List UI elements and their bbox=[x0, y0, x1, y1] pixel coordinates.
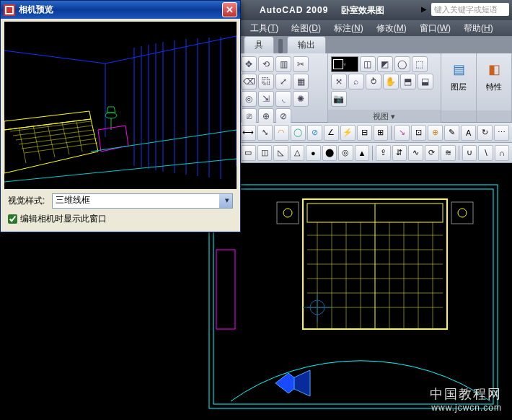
svg-rect-19 bbox=[277, 202, 299, 224]
tb-cone-icon[interactable]: △ bbox=[290, 145, 305, 161]
align-icon[interactable]: ⎚ bbox=[241, 108, 257, 124]
keyword-search-input[interactable]: 键入关键字或短语 bbox=[431, 3, 509, 16]
rotate3d-icon[interactable]: ⟲ bbox=[258, 56, 274, 72]
tb-arc-icon[interactable]: ◠ bbox=[274, 125, 289, 141]
camera-preview-viewport[interactable] bbox=[4, 22, 237, 189]
show-window-checkbox-row[interactable]: 编辑相机时显示此窗口 bbox=[1, 211, 240, 227]
camera-icon[interactable]: 📷 bbox=[331, 91, 347, 107]
tb-linear-icon[interactable]: ⟷ bbox=[241, 125, 256, 141]
tb-sweep-icon[interactable]: ∿ bbox=[408, 145, 423, 161]
zoom-win-icon[interactable]: ⌕ bbox=[348, 74, 364, 89]
panel-props: ◧ 特性 bbox=[477, 53, 512, 122]
tb-baseline-icon[interactable]: ⊟ bbox=[357, 125, 372, 141]
tab-output[interactable]: 输出 bbox=[287, 36, 326, 53]
svg-point-22 bbox=[458, 209, 467, 217]
tb-sep bbox=[391, 126, 392, 140]
tb-cylinder2-icon[interactable]: ⬤ bbox=[322, 145, 337, 161]
tb-diameter-icon[interactable]: ⊘ bbox=[307, 125, 322, 141]
tb-intersect-icon[interactable]: ∩ bbox=[495, 145, 510, 161]
break-icon[interactable]: ⊘ bbox=[275, 108, 291, 124]
camera-preview-dialog[interactable]: 相机预览 ✕ bbox=[0, 0, 241, 232]
offset-icon[interactable]: ◎ bbox=[241, 91, 257, 107]
explode-icon[interactable]: ✺ bbox=[293, 91, 309, 107]
tb-revolve-icon[interactable]: ⟳ bbox=[425, 145, 440, 161]
tb-radius-icon[interactable]: ◯ bbox=[291, 125, 306, 141]
tb-sphere2-icon[interactable]: ● bbox=[306, 145, 321, 161]
app-name: AutoCAD 2009 bbox=[260, 5, 328, 15]
erase-icon[interactable]: ⌫ bbox=[241, 74, 257, 89]
tb-style-icon[interactable]: ⋯ bbox=[494, 125, 509, 141]
svg-marker-25 bbox=[294, 370, 310, 396]
show-window-checkbox[interactable] bbox=[8, 214, 17, 224]
layer-props-button[interactable]: ▤ 图层 bbox=[444, 56, 473, 95]
tb-torus-icon[interactable]: ◎ bbox=[338, 145, 353, 161]
tb-center-icon[interactable]: ⊕ bbox=[428, 125, 443, 141]
visual-style-swatch[interactable]: ▾ bbox=[331, 56, 358, 72]
view-front-icon[interactable]: ⬓ bbox=[418, 74, 433, 89]
orbit-icon[interactable]: ⥁ bbox=[366, 74, 381, 89]
tb-update-icon[interactable]: ↻ bbox=[477, 125, 493, 141]
svg-line-31 bbox=[105, 36, 237, 64]
scale-icon[interactable]: ⤢ bbox=[275, 74, 291, 89]
tb-angular-icon[interactable]: ∠ bbox=[324, 125, 339, 141]
properties-button[interactable]: ◧ 特性 bbox=[480, 56, 508, 95]
tb-union-icon[interactable]: ∪ bbox=[462, 145, 477, 161]
tb-aligned-icon[interactable]: ⤡ bbox=[257, 125, 273, 141]
tb-tolerance-icon[interactable]: ⊡ bbox=[411, 125, 426, 141]
stretch-icon[interactable]: ⇲ bbox=[258, 91, 274, 107]
svg-point-54 bbox=[105, 113, 117, 118]
pan-icon[interactable]: ✋ bbox=[383, 74, 399, 89]
tb-pyramid-icon[interactable]: ▲ bbox=[355, 145, 370, 161]
menu-modify[interactable]: 修改(M) bbox=[370, 22, 413, 35]
tb-polysolid-icon[interactable]: ▭ bbox=[241, 145, 256, 161]
tb-edit-icon[interactable]: ✎ bbox=[444, 125, 459, 141]
visual-style-dropdown[interactable]: 三维线框 bbox=[52, 193, 233, 209]
tb-leader-icon[interactable]: ↘ bbox=[394, 125, 410, 141]
join-icon[interactable]: ⊕ bbox=[258, 108, 274, 124]
zoom-ext-icon[interactable]: ⤧ bbox=[331, 74, 347, 89]
svg-line-48 bbox=[25, 143, 97, 153]
tb-quick-icon[interactable]: ⚡ bbox=[340, 125, 356, 141]
watermark: 中国教程网 www.jcwcn.com bbox=[430, 385, 502, 413]
dialog-close-button[interactable]: ✕ bbox=[222, 2, 237, 17]
tb-subtract-icon[interactable]: ∖ bbox=[478, 145, 493, 161]
menu-dimension[interactable]: 标注(N) bbox=[327, 22, 370, 35]
move-icon[interactable]: ✥ bbox=[241, 56, 257, 72]
tb-extrude-icon[interactable]: ⇪ bbox=[376, 145, 391, 161]
svg-line-29 bbox=[4, 51, 105, 64]
tb-text-icon[interactable]: A bbox=[461, 125, 476, 141]
view-top-icon[interactable]: ⬒ bbox=[400, 74, 416, 89]
dialog-title-text: 相机预览 bbox=[19, 4, 53, 16]
camera-glyph[interactable] bbox=[275, 370, 310, 396]
panel-view-title[interactable]: 视图 ▾ bbox=[328, 110, 441, 123]
menu-draw[interactable]: 绘图(D) bbox=[285, 22, 327, 35]
panel-view: ▾ ◫ ◩ ◯ ⬚ ⤧ ⌕ ⥁ ✋ ⬒ ⬓ 📷 视图 ▾ bbox=[328, 53, 441, 122]
tb-continue-icon[interactable]: ⊞ bbox=[374, 125, 389, 141]
svg-line-50 bbox=[33, 126, 40, 160]
panel-modify: ✥ ⟲ ▥ ✂ ⌫ ⿻ ⤢ ▦ ◎ ⇲ ◟ ✺ ⎚ ⊕ ⊘ 修改 ▾ bbox=[238, 53, 328, 122]
tb-box-icon[interactable]: ◫ bbox=[257, 145, 273, 161]
menu-help[interactable]: 帮助(H) bbox=[457, 22, 500, 35]
sphere-icon[interactable]: ◯ bbox=[394, 56, 410, 72]
svg-line-51 bbox=[48, 124, 55, 157]
ribbon-tabstrip: 具 输出 bbox=[238, 36, 512, 53]
array-icon[interactable]: ▦ bbox=[293, 74, 309, 89]
tb-presspull-icon[interactable]: ⇵ bbox=[392, 145, 407, 161]
ribbon: ✥ ⟲ ▥ ✂ ⌫ ⿻ ⤢ ▦ ◎ ⇲ ◟ ✺ ⎚ ⊕ ⊘ 修改 ▾ ▾ ◫ ◩… bbox=[238, 53, 512, 123]
dialog-titlebar[interactable]: 相机预览 ✕ bbox=[1, 1, 240, 19]
svg-line-45 bbox=[16, 130, 94, 140]
tb-loft-icon[interactable]: ≋ bbox=[441, 145, 456, 161]
trim-icon[interactable]: ✂ bbox=[293, 56, 309, 72]
panel-layer: ▤ 图层 bbox=[441, 53, 477, 122]
fillet-icon[interactable]: ◟ bbox=[275, 91, 291, 107]
menu-tools[interactable]: 工具(T) bbox=[244, 22, 285, 35]
mirror-icon[interactable]: ▥ bbox=[275, 56, 291, 72]
copy-icon[interactable]: ⿻ bbox=[258, 74, 274, 89]
layer-stack-icon: ▤ bbox=[449, 59, 469, 79]
box-icon[interactable]: ◫ bbox=[360, 56, 376, 72]
tab-tool[interactable]: 具 bbox=[244, 36, 274, 53]
wedge-icon[interactable]: ◩ bbox=[377, 56, 393, 72]
cylinder-icon[interactable]: ⬚ bbox=[412, 56, 428, 72]
menu-window[interactable]: 窗口(W) bbox=[413, 22, 457, 35]
tb-wedge-icon[interactable]: ◺ bbox=[273, 145, 288, 161]
